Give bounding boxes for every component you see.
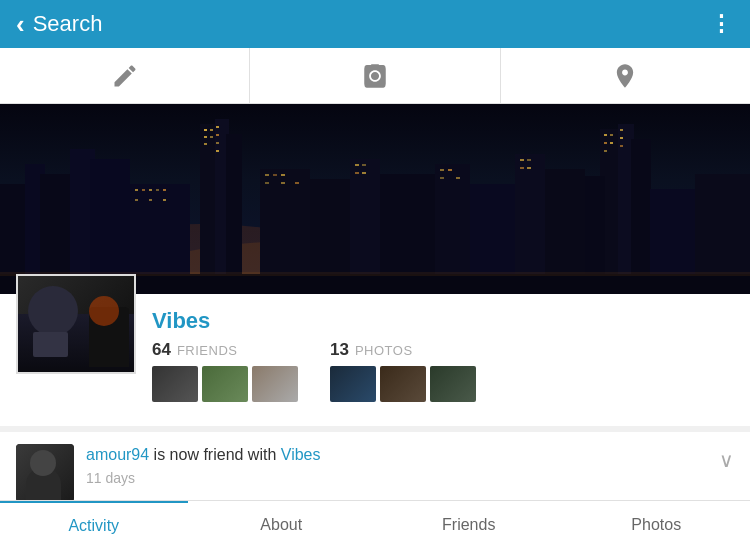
- nav-about[interactable]: About: [188, 501, 376, 548]
- friend-thumb-3: [252, 366, 298, 402]
- photos-text: PHOTOS: [355, 343, 413, 358]
- svg-rect-40: [620, 137, 623, 139]
- svg-rect-67: [520, 159, 524, 161]
- svg-rect-12: [226, 134, 242, 294]
- nav-friends[interactable]: Friends: [375, 501, 563, 548]
- friends-count: 64: [152, 340, 171, 360]
- svg-rect-37: [610, 142, 613, 144]
- svg-rect-30: [163, 199, 166, 201]
- svg-rect-27: [163, 189, 166, 191]
- svg-rect-34: [604, 134, 607, 136]
- svg-rect-14: [210, 129, 213, 131]
- avatar-image: [18, 276, 134, 372]
- activity-action-1: is now friend with: [149, 446, 281, 463]
- svg-rect-53: [265, 174, 269, 176]
- svg-rect-63: [440, 169, 444, 171]
- svg-rect-33: [631, 139, 651, 294]
- camera-tab[interactable]: [250, 48, 500, 103]
- svg-rect-60: [362, 164, 366, 166]
- activity-target-1: Vibes: [281, 446, 321, 463]
- svg-rect-25: [149, 189, 152, 191]
- icon-tabs: [0, 48, 750, 104]
- photos-label: 13 PHOTOS: [330, 340, 476, 360]
- activity-avatar-1: [16, 444, 74, 502]
- avatar: [16, 274, 136, 374]
- svg-rect-17: [204, 143, 207, 145]
- nav-about-label: About: [260, 516, 302, 534]
- profile-section: Vibes 64 FRIENDS 13 PHOTOS: [0, 294, 750, 432]
- header-left: ‹ Search: [16, 9, 102, 40]
- menu-button[interactable]: ⋮: [710, 11, 734, 37]
- svg-rect-13: [204, 129, 207, 131]
- svg-rect-66: [456, 177, 460, 179]
- svg-rect-64: [448, 169, 452, 171]
- svg-rect-68: [527, 159, 531, 161]
- svg-rect-18: [216, 126, 219, 128]
- camera-icon: [361, 62, 389, 90]
- location-icon: [611, 62, 639, 90]
- photos-stat: 13 PHOTOS: [330, 340, 476, 402]
- photo-thumb-3: [430, 366, 476, 402]
- svg-rect-59: [355, 164, 359, 166]
- nav-photos-label: Photos: [631, 516, 681, 534]
- nav-activity[interactable]: Activity: [0, 501, 188, 548]
- svg-rect-21: [216, 150, 219, 152]
- nav-activity-label: Activity: [68, 517, 119, 535]
- edit-icon: [111, 62, 139, 90]
- svg-point-0: [372, 73, 378, 79]
- svg-rect-15: [204, 136, 207, 138]
- bottom-nav: Activity About Friends Photos: [0, 500, 750, 548]
- svg-rect-62: [362, 172, 366, 174]
- edit-tab[interactable]: [0, 48, 250, 103]
- svg-rect-16: [210, 136, 213, 138]
- profile-name: Vibes: [152, 308, 734, 334]
- svg-rect-55: [281, 174, 285, 176]
- nav-photos[interactable]: Photos: [563, 501, 751, 548]
- svg-rect-61: [355, 172, 359, 174]
- profile-info: Vibes 64 FRIENDS 13 PHOTOS: [152, 304, 734, 410]
- back-button[interactable]: ‹: [16, 9, 25, 40]
- friend-thumb-1: [152, 366, 198, 402]
- svg-rect-28: [135, 199, 138, 201]
- friends-thumbs: [152, 366, 298, 402]
- stats-row: 64 FRIENDS 13 PHOTOS: [152, 340, 734, 402]
- svg-rect-35: [610, 134, 613, 136]
- friends-label: 64 FRIENDS: [152, 340, 298, 360]
- svg-rect-65: [440, 177, 444, 179]
- svg-rect-23: [135, 189, 138, 191]
- nav-friends-label: Friends: [442, 516, 495, 534]
- photo-thumb-1: [330, 366, 376, 402]
- location-tab[interactable]: [501, 48, 750, 103]
- photos-count: 13: [330, 340, 349, 360]
- svg-rect-26: [156, 189, 159, 191]
- cityscape-svg: [0, 104, 750, 294]
- svg-rect-39: [620, 129, 623, 131]
- photos-thumbs: [330, 366, 476, 402]
- activity-actor-1: amour94: [86, 446, 149, 463]
- header: ‹ Search ⋮: [0, 0, 750, 48]
- svg-rect-41: [620, 145, 623, 147]
- svg-rect-36: [604, 142, 607, 144]
- friends-text: FRIENDS: [177, 343, 238, 358]
- svg-rect-20: [216, 142, 219, 144]
- activity-top-1: amour94 is now friend with Vibes 11 days…: [16, 444, 734, 502]
- header-title: Search: [33, 11, 103, 37]
- svg-rect-57: [281, 182, 285, 184]
- svg-rect-54: [273, 174, 277, 176]
- cover-image: [0, 104, 750, 294]
- activity-chevron-1[interactable]: ∨: [719, 448, 734, 472]
- svg-rect-58: [295, 182, 299, 184]
- svg-rect-29: [149, 199, 152, 201]
- activity-text-1: amour94 is now friend with Vibes: [86, 444, 707, 466]
- svg-rect-19: [216, 134, 219, 136]
- activity-content-1: amour94 is now friend with Vibes 11 days: [86, 444, 707, 486]
- activity-time-1: 11 days: [86, 470, 707, 486]
- svg-rect-69: [520, 167, 524, 169]
- friends-stat: 64 FRIENDS: [152, 340, 298, 402]
- svg-rect-70: [527, 167, 531, 169]
- svg-rect-38: [604, 150, 607, 152]
- svg-rect-24: [142, 189, 145, 191]
- photo-thumb-2: [380, 366, 426, 402]
- svg-rect-56: [265, 182, 269, 184]
- friend-thumb-2: [202, 366, 248, 402]
